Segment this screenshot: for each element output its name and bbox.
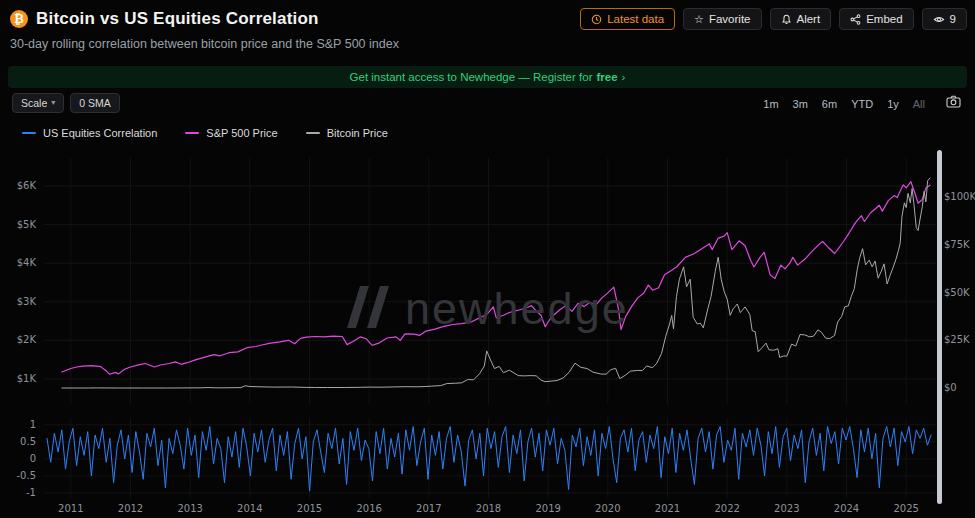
views-button[interactable]: 9 [922, 8, 967, 30]
eye-icon [933, 14, 945, 25]
x-axis-label: 2022 [714, 503, 739, 514]
page-header: ₿ Bitcoin vs US Equities Correlation Lat… [10, 8, 967, 51]
right-axis-label: $0 [944, 382, 957, 393]
x-axis-label: 2020 [595, 503, 620, 514]
right-axis-label: $50K [944, 287, 970, 298]
range-3m[interactable]: 3m [786, 96, 815, 112]
bell-icon [781, 14, 792, 25]
x-axis-label: 2018 [476, 503, 501, 514]
left-axis-label: $6K [17, 180, 37, 191]
latest-data-label: Latest data [607, 12, 664, 26]
screenshot-button[interactable] [942, 93, 965, 113]
range-all[interactable]: All [906, 96, 932, 112]
alert-button[interactable]: Alert [770, 8, 832, 30]
correlation-axis-label: -0.5 [16, 470, 36, 481]
x-axis-label: 2017 [416, 503, 441, 514]
legend-item-bitcoin[interactable]: Bitcoin Price [306, 127, 388, 139]
legend-label: S&P 500 Price [206, 127, 277, 139]
range-selector: 1m3m6mYTD1yAll [756, 94, 932, 112]
correlation-axis-label: 0.5 [20, 436, 36, 447]
chart-area: 2011201220132014201520162017201820192020… [0, 148, 975, 518]
chart-legend: US Equities CorrelationS&P 500 PriceBitc… [22, 127, 388, 139]
left-axis-label: $1K [17, 373, 37, 384]
x-axis-label: 2024 [834, 503, 859, 514]
star-icon: ☆ [694, 14, 704, 25]
btc-line [62, 178, 930, 388]
left-axis-label: $4K [17, 257, 37, 268]
legend-item-sp500[interactable]: S&P 500 Price [185, 127, 277, 139]
page-subtitle: 30-day rolling correlation between bitco… [10, 37, 967, 51]
sp500-line [62, 182, 930, 375]
views-count: 9 [950, 12, 956, 26]
promo-banner[interactable]: Get instant access to Newhedge — Registe… [8, 66, 967, 88]
x-axis-label: 2014 [237, 503, 262, 514]
x-axis-label: 2016 [356, 503, 381, 514]
header-actions: Latest data ☆ Favorite Alert [580, 8, 967, 30]
camera-icon [946, 96, 961, 111]
share-icon [850, 14, 861, 25]
range-1m[interactable]: 1m [756, 96, 785, 112]
banner-free-label: free [596, 71, 617, 83]
chart-canvas[interactable]: 2011201220132014201520162017201820192020… [0, 148, 975, 518]
alert-label: Alert [797, 12, 821, 26]
x-axis-label: 2019 [535, 503, 560, 514]
legend-label: Bitcoin Price [327, 127, 388, 139]
favorite-label: Favorite [709, 12, 751, 26]
sma-button[interactable]: 0 SMA [70, 93, 120, 113]
legend-swatch [22, 132, 36, 134]
x-axis-label: 2015 [297, 503, 322, 514]
x-axis-label: 2013 [177, 503, 202, 514]
legend-swatch [185, 132, 199, 134]
chevron-right-icon: › [622, 71, 626, 83]
right-axis-label: $100K [944, 191, 975, 202]
x-axis-label: 2023 [774, 503, 799, 514]
latest-data-button[interactable]: Latest data [580, 8, 675, 30]
embed-label: Embed [866, 12, 902, 26]
right-axis-label: $25K [944, 334, 970, 345]
correlation-axis-label: -1 [26, 487, 36, 498]
clock-icon [591, 14, 602, 25]
right-axis-label: $75K [944, 239, 970, 250]
x-axis-label: 2011 [58, 503, 83, 514]
x-axis-label: 2012 [118, 503, 143, 514]
range-ytd[interactable]: YTD [844, 96, 880, 112]
legend-swatch [306, 132, 320, 134]
range-6m[interactable]: 6m [815, 96, 844, 112]
chevron-down-icon: ▾ [51, 97, 55, 109]
page-title: Bitcoin vs US Equities Correlation [36, 9, 319, 29]
scale-label: Scale [21, 97, 47, 109]
correlation-axis-label: 0 [30, 453, 36, 464]
x-axis-label: 2025 [893, 503, 918, 514]
sma-label: 0 SMA [79, 97, 111, 109]
legend-item-correlation[interactable]: US Equities Correlation [22, 127, 157, 139]
legend-label: US Equities Correlation [43, 127, 157, 139]
left-axis-label: $5K [17, 219, 37, 230]
chart-toolbar: Scale ▾ 0 SMA 1m3m6mYTD1yAll [12, 92, 965, 114]
range-1y[interactable]: 1y [880, 96, 906, 112]
scale-dropdown[interactable]: Scale ▾ [12, 93, 64, 113]
bitcoin-icon: ₿ [10, 10, 28, 28]
left-axis-label: $2K [17, 334, 37, 345]
left-axis-label: $3K [17, 296, 37, 307]
banner-text: Get instant access to Newhedge — Registe… [350, 71, 593, 83]
chart-scrollbar[interactable] [937, 150, 942, 504]
embed-button[interactable]: Embed [839, 8, 913, 30]
favorite-button[interactable]: ☆ Favorite [683, 8, 761, 30]
correlation-axis-label: 1 [30, 419, 36, 430]
x-axis-label: 2021 [655, 503, 680, 514]
